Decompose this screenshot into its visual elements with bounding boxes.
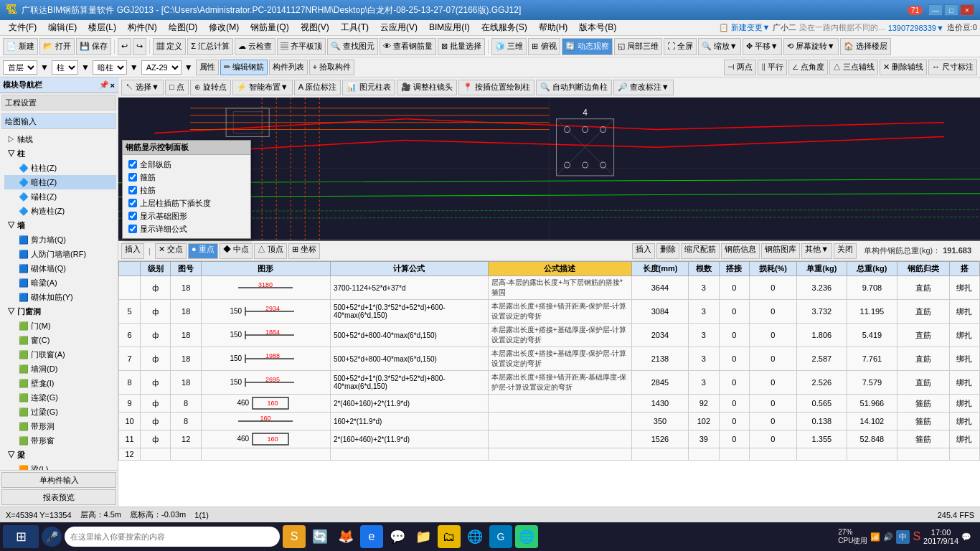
section-engineering-setup[interactable]: 工程设置 bbox=[1, 95, 116, 110]
rt-rebar-lib[interactable]: 钢筋图库 bbox=[761, 243, 800, 259]
draw-check-label[interactable]: 🔎 查改标注▼ bbox=[613, 80, 674, 95]
rt-cross[interactable]: ✕ 交点 bbox=[155, 243, 187, 259]
draw-adjust-view[interactable]: 🎥 调整柱镜头 bbox=[397, 80, 457, 95]
menu-rebar-qty[interactable]: 钢筋量(Q) bbox=[245, 20, 294, 35]
rt-insert2[interactable]: 插入 bbox=[632, 243, 655, 259]
menu-bim[interactable]: BIM应用(I) bbox=[423, 20, 476, 35]
tb-batch-select[interactable]: ⊠ 批量选择 bbox=[438, 38, 485, 55]
tree-wall-rebar[interactable]: 🟦 砌体加筋(Y) bbox=[4, 290, 116, 304]
taskbar-time[interactable]: 17:00 2017/9/14 bbox=[923, 528, 958, 545]
tree-wall-shear[interactable]: 🟦 剪力墙(Q) bbox=[4, 232, 116, 247]
close-button[interactable]: × bbox=[960, 4, 974, 16]
tb-local-3d[interactable]: ◱ 局部三维 bbox=[614, 38, 662, 55]
table-row[interactable]: 12 bbox=[119, 448, 980, 461]
floor-select[interactable]: 首层 bbox=[3, 60, 37, 75]
cb-all-rebar[interactable] bbox=[128, 160, 137, 169]
menu-floor[interactable]: 楼层(L) bbox=[83, 20, 122, 35]
table-row[interactable]: 11 ф 12 460 160 2*(160+460)+2*(11.9*d) 1… bbox=[119, 430, 980, 448]
draw-point[interactable]: □ 点 bbox=[165, 80, 189, 95]
cb-tie[interactable] bbox=[128, 186, 137, 194]
tree-lintel[interactable]: 🟩 过梁(G) bbox=[4, 405, 116, 419]
menu-component[interactable]: 构件(N) bbox=[122, 20, 163, 35]
tree-coupling-beam[interactable]: 🟩 连梁(G) bbox=[4, 390, 116, 405]
tb-dynamic[interactable]: 🔄 动态观察 bbox=[562, 38, 613, 55]
draw-smart[interactable]: ⚡ 智能布置▼ bbox=[232, 80, 293, 95]
rt-coord[interactable]: ⊞ 坐标 bbox=[288, 243, 320, 259]
taskbar-app3[interactable]: 🦊 bbox=[334, 525, 357, 548]
tree-door[interactable]: 🟩 门(M) bbox=[4, 319, 116, 333]
tb2-pick[interactable]: + 拾取构件 bbox=[309, 60, 354, 75]
draw-auto-judge[interactable]: 🔍 自动判断边角柱 bbox=[536, 80, 612, 95]
table-row[interactable]: ф 18 3180 3700-1124+52*d+37*d 层高-本层的露出长度… bbox=[119, 276, 980, 300]
tb2-comp-list[interactable]: 构件列表 bbox=[269, 60, 308, 75]
taskbar-cortana[interactable]: 🎤 bbox=[42, 527, 62, 547]
taskbar-app8[interactable]: 🌐 bbox=[463, 525, 486, 548]
panel-close[interactable]: × bbox=[110, 81, 115, 90]
table-row[interactable]: 6 ф 18 150 1884 500+52*d+800-40*max(6*d,… bbox=[119, 324, 980, 347]
tray-action-center[interactable]: 💬 bbox=[961, 532, 971, 542]
table-row[interactable]: 8 ф 18 150 2695 500+52*d+1*(0.3*52*d+52*… bbox=[119, 371, 980, 395]
rt-rebar-info[interactable]: 钢筋信息 bbox=[721, 243, 760, 259]
draw-select[interactable]: ↖ 选择▼ bbox=[121, 80, 164, 95]
tb-select-floor[interactable]: 🏠 选择楼层 bbox=[840, 38, 891, 55]
menu-help[interactable]: 帮助(H) bbox=[533, 20, 574, 35]
tb-save[interactable]: 💾 保存 bbox=[76, 38, 111, 55]
rt-top[interactable]: △ 顶点 bbox=[254, 243, 287, 259]
tb-undo[interactable]: ↩ bbox=[118, 38, 131, 55]
panel-pin[interactable]: 📌 bbox=[99, 80, 109, 90]
cb-show-base[interactable] bbox=[128, 212, 137, 220]
tb-pan[interactable]: ✥ 平移▼ bbox=[743, 38, 782, 55]
tb2-edit-rebar[interactable]: ✏ 编辑钢筋 bbox=[220, 60, 268, 75]
tree-band-window[interactable]: 🟩 带形窗 bbox=[4, 433, 116, 448]
taskbar-app1[interactable]: S bbox=[283, 525, 306, 548]
draw-by-position[interactable]: 📍 按插位置绘制柱 bbox=[458, 80, 534, 95]
menu-modify[interactable]: 修改(M) bbox=[203, 20, 245, 35]
comp-element-select[interactable]: AZ-29 bbox=[141, 60, 182, 75]
tray-ime[interactable]: 中 bbox=[896, 530, 910, 544]
tray-network[interactable]: 📶 bbox=[870, 532, 880, 542]
cb-stirrup[interactable] bbox=[128, 173, 137, 182]
report-preview-btn[interactable]: 报表预览 bbox=[1, 489, 116, 505]
tb-fullscreen[interactable]: ⛶ 全屏 bbox=[664, 38, 697, 55]
taskbar-app6[interactable]: 📁 bbox=[412, 525, 435, 548]
draw-col-table[interactable]: 📊 图元柱表 bbox=[342, 80, 395, 95]
tree-col-end[interactable]: 🔷 端柱(Z) bbox=[4, 189, 116, 204]
taskbar-app7[interactable]: 🗂 bbox=[438, 525, 461, 548]
menu-online[interactable]: 在线服务(S) bbox=[476, 20, 533, 35]
tb2-property[interactable]: 属性 bbox=[196, 60, 219, 75]
tb2-three-point[interactable]: △ 三点辅线 bbox=[829, 60, 878, 75]
tb-open[interactable]: 📂 打开 bbox=[39, 38, 75, 55]
cb-show-detail[interactable] bbox=[128, 225, 137, 233]
menu-version[interactable]: 版本号(B) bbox=[573, 20, 622, 35]
menu-phone[interactable]: 13907298339▼ bbox=[888, 24, 944, 32]
popup-panel-title[interactable]: 钢筋显示控制面板 bbox=[123, 141, 250, 155]
tree-beam[interactable]: 🟧 梁(L) bbox=[4, 462, 116, 470]
tree-door-window[interactable]: 🟩 门联窗(A) bbox=[4, 347, 116, 362]
menu-tools[interactable]: 工具(T) bbox=[335, 20, 374, 35]
tb-top-view[interactable]: ⊞ 俯视 bbox=[528, 38, 560, 55]
tree-column-group[interactable]: ▽ 柱 bbox=[1, 146, 116, 161]
taskbar-app4[interactable]: e bbox=[360, 525, 383, 548]
cb-insert-len[interactable] bbox=[128, 199, 137, 207]
tb2-two-point[interactable]: ⊣ 两点 bbox=[724, 60, 756, 75]
rt-other[interactable]: 其他▼ bbox=[801, 243, 832, 259]
tb-zoom[interactable]: 🔍 缩放▼ bbox=[698, 38, 741, 55]
rt-scale[interactable]: 缩尺配筋 bbox=[681, 243, 720, 259]
taskbar-app10[interactable]: 🌐 bbox=[515, 525, 538, 548]
tb2-parallel[interactable]: ∥ 平行 bbox=[758, 60, 787, 75]
menu-view[interactable]: 视图(V) bbox=[295, 20, 335, 35]
single-component-btn[interactable]: 单构件输入 bbox=[1, 472, 116, 488]
taskbar-app5[interactable]: 💬 bbox=[386, 525, 409, 548]
menu-cloud[interactable]: 云应用(V) bbox=[374, 20, 423, 35]
start-button[interactable]: ⊞ bbox=[3, 525, 39, 548]
tb-view-rebar[interactable]: 👁 查看钢筋量 bbox=[380, 38, 436, 55]
maximize-button[interactable]: □ bbox=[944, 4, 958, 16]
tb-new[interactable]: 📄 新建 bbox=[3, 38, 38, 55]
table-row[interactable]: 5 ф 18 150 2934 500+52*d+1*(0.3*52*d+52*… bbox=[119, 300, 980, 324]
minimize-button[interactable]: — bbox=[928, 4, 943, 16]
table-row[interactable]: 10 ф 8 160 160+2*(11.9*d) 350 102 0 0 0.… bbox=[119, 413, 980, 430]
tray-volume[interactable]: 🔊 bbox=[883, 532, 893, 542]
comp-sub-select[interactable]: 暗柱 bbox=[93, 60, 127, 75]
rt-insert[interactable]: 插入 bbox=[121, 243, 144, 259]
table-area[interactable]: 级别 图号 图形 计算公式 公式描述 长度(mm) 根数 搭接 损耗(%) 单重… bbox=[118, 261, 980, 507]
